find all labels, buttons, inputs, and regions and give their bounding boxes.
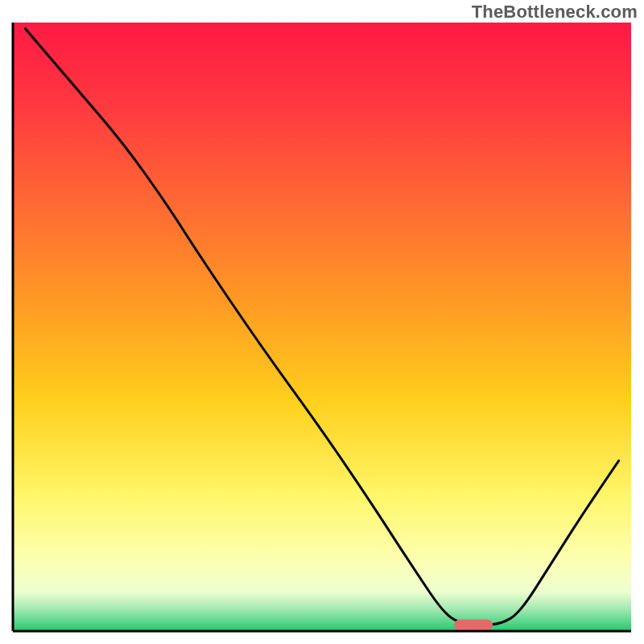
chart-svg (0, 0, 644, 644)
chart-container: TheBottleneck.com (0, 0, 644, 644)
watermark-text: TheBottleneck.com (472, 2, 638, 23)
optimal-marker (454, 619, 493, 630)
gradient-background (13, 23, 631, 631)
